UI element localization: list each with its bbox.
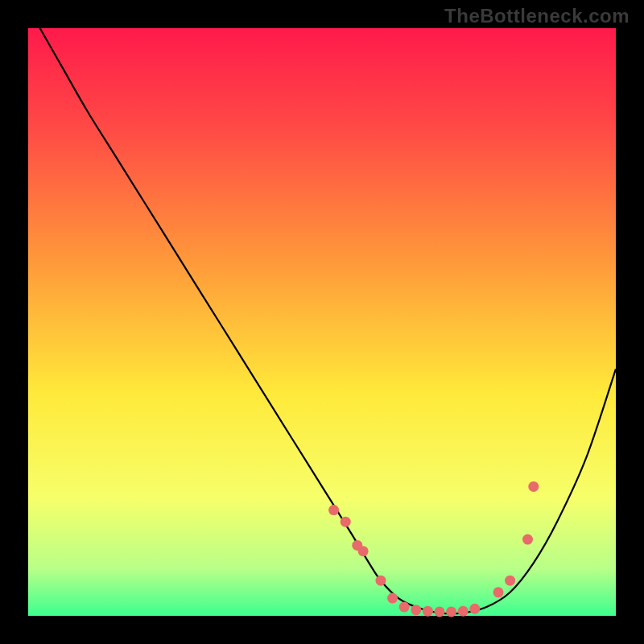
- highlight-dot: [423, 606, 433, 617]
- highlight-dot: [358, 546, 369, 556]
- highlight-dot: [522, 535, 533, 545]
- highlight-dot: [328, 505, 339, 515]
- highlight-dot: [435, 606, 445, 617]
- highlight-dot: [376, 576, 386, 586]
- highlight-dot: [387, 593, 398, 604]
- chart-container: TheBottleneck.com: [0, 0, 644, 644]
- highlight-dot: [505, 576, 515, 586]
- highlight-dot: [528, 481, 539, 492]
- bottleneck-chart: [0, 0, 644, 644]
- highlight-dot: [469, 604, 480, 614]
- highlight-dot: [411, 605, 421, 615]
- highlight-dot: [446, 606, 456, 617]
- plot-area: [28, 28, 616, 616]
- highlight-dot: [399, 602, 410, 613]
- highlight-dot: [493, 587, 504, 597]
- watermark-text: TheBottleneck.com: [444, 5, 630, 27]
- highlight-dot: [341, 517, 351, 527]
- highlight-dot: [458, 606, 469, 617]
